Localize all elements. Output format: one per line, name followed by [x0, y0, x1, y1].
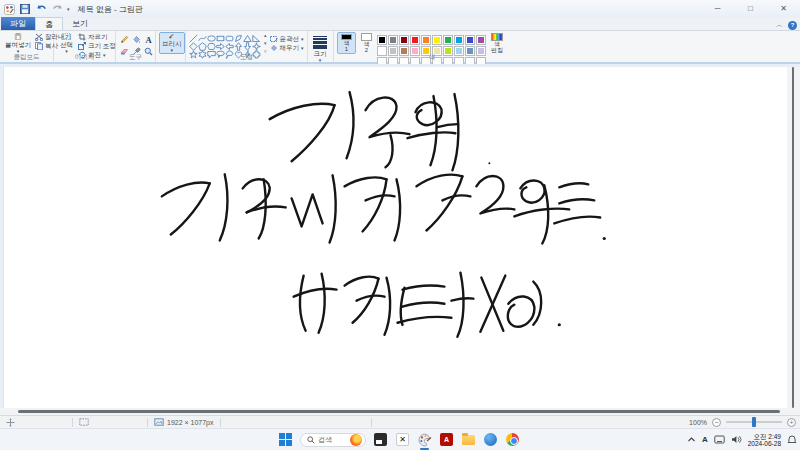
ribbon: 붙여넣기 ▾ 잘라내기 복사 클립보드 선택 ▾ — [0, 31, 800, 64]
zoom-in-button[interactable]: + — [787, 418, 796, 427]
zoom-slider-thumb[interactable] — [752, 417, 756, 427]
palette-swatch[interactable] — [410, 35, 420, 45]
copy-icon — [35, 42, 43, 50]
shape-grid — [189, 32, 261, 54]
minimize-button[interactable]: ─ — [701, 0, 734, 16]
edit-colors-button[interactable]: 색 편집 — [488, 32, 506, 54]
palette-swatch[interactable] — [465, 35, 475, 45]
size-button[interactable]: 크기 ▾ — [311, 32, 329, 54]
horizontal-scrollbar[interactable] — [0, 408, 800, 415]
size-lines-icon — [313, 33, 327, 49]
window-controls: ─ □ ✕ — [701, 0, 800, 16]
maximize-button[interactable]: □ — [734, 0, 767, 16]
close-button[interactable]: ✕ — [767, 0, 800, 16]
tray-clock[interactable]: 오전 2:49 2024-06-28 — [748, 433, 781, 447]
palette-swatch[interactable] — [476, 35, 486, 45]
fill-dropdown-icon[interactable]: ▾ — [301, 47, 304, 50]
save-icon[interactable] — [19, 3, 31, 15]
group-image: 선택 ▾ 자르기 크기 조정 회전 ▾ 이미지 — [54, 31, 116, 62]
status-bar: 1922 × 1077px 100% − + — [0, 415, 800, 428]
help-icon[interactable]: ? — [788, 21, 797, 30]
tab-file[interactable]: 파일 — [1, 17, 35, 30]
fill-icon — [270, 44, 278, 52]
taskbar-app-x[interactable]: ✕ — [395, 432, 410, 447]
palette-swatch[interactable] — [432, 35, 442, 45]
status-spacer-cell — [221, 416, 371, 428]
clipboard-group-label: 클립보드 — [0, 53, 53, 62]
search-icon — [307, 436, 315, 444]
tab-view[interactable]: 보기 — [63, 17, 97, 30]
notification-bell-icon[interactable] — [787, 435, 797, 445]
system-tray: A 오전 2:49 2024-06-28 — [687, 433, 797, 447]
paste-button[interactable]: 붙여넣기 ▾ — [3, 32, 33, 54]
window-title: 제목 없음 - 그림판 — [78, 4, 143, 15]
pencil-icon — [120, 35, 129, 44]
shapes-scroll-down-icon[interactable]: ▾ — [264, 40, 267, 46]
x-app-icon: ✕ — [396, 433, 409, 446]
canvas-area — [0, 64, 800, 408]
ribbon-collapse-icon[interactable]: ︿ — [776, 20, 783, 30]
color1-button[interactable]: 색 1 — [337, 32, 356, 54]
pencil-tool[interactable] — [119, 34, 130, 45]
palette-swatch[interactable] — [377, 35, 387, 45]
palette-swatch[interactable] — [443, 35, 453, 45]
speaker-icon[interactable] — [731, 435, 742, 444]
group-clipboard: 붙여넣기 ▾ 잘라내기 복사 클립보드 — [0, 31, 54, 62]
redo-icon[interactable] — [51, 3, 63, 15]
taskbar-app-explorer[interactable] — [461, 432, 476, 447]
tab-home[interactable]: 홈 — [35, 17, 63, 30]
palette-swatch[interactable] — [399, 35, 409, 45]
taskbar-app-capture[interactable] — [373, 432, 388, 447]
shapes-scroll-up-icon[interactable]: ▴ — [264, 32, 267, 38]
image-group-label: 이미지 — [54, 53, 115, 62]
zoom-controls: 100% − + — [689, 418, 800, 427]
brushes-button[interactable]: 브러시 ▾ — [159, 32, 185, 54]
tablet-pen-icon[interactable] — [714, 435, 725, 444]
shape-fill-button[interactable]: 채우기 ▾ — [270, 44, 304, 52]
folder-icon — [462, 435, 475, 445]
horizontal-scrollbar-thumb[interactable] — [18, 410, 780, 413]
outline-icon — [270, 35, 278, 43]
blue-app-icon — [484, 433, 497, 446]
ime-indicator[interactable]: A — [702, 435, 708, 444]
quick-access-dropdown-icon[interactable]: ▾ — [67, 8, 70, 11]
search-highlight-icon[interactable] — [350, 434, 362, 446]
vertical-scrollbar-thumb[interactable] — [792, 67, 794, 408]
taskbar-app-paint[interactable] — [417, 432, 432, 447]
drawing-canvas[interactable] — [3, 67, 787, 408]
select-button[interactable]: 선택 ▾ — [57, 32, 76, 54]
paint-app-icon — [3, 3, 15, 15]
tray-chevron-icon[interactable] — [687, 436, 696, 443]
taskbar-search[interactable]: 검색 — [300, 433, 366, 447]
taskbar-app-blue[interactable] — [483, 432, 498, 447]
size-dropdown-icon[interactable]: ▾ — [319, 59, 322, 62]
undo-icon[interactable] — [35, 3, 47, 15]
palette-swatch[interactable] — [388, 35, 398, 45]
taskbar-app-chrome[interactable] — [505, 432, 520, 447]
shape-outline-button[interactable]: 윤곽선 ▾ — [270, 35, 304, 43]
crop-button[interactable]: 자르기 — [78, 33, 116, 41]
zoom-level-text: 100% — [689, 419, 707, 426]
crop-label: 자르기 — [88, 33, 108, 42]
outline-dropdown-icon[interactable]: ▾ — [301, 38, 304, 41]
ribbon-tabs: 파일 홈 보기 ︿ ? — [0, 18, 800, 31]
palette-swatch[interactable] — [421, 35, 431, 45]
shape-scroll: ▴ ▾ ▿ — [263, 32, 268, 54]
tools-group-label: 도구 — [116, 53, 155, 62]
shapes-group-label: 도형 — [186, 53, 307, 62]
chrome-icon — [506, 433, 519, 446]
brushes-dropdown-icon[interactable]: ▾ — [170, 49, 173, 52]
palette-swatch[interactable] — [454, 35, 464, 45]
zoom-out-button[interactable]: − — [712, 418, 721, 427]
color2-button[interactable]: 색 2 — [358, 32, 375, 54]
vertical-scrollbar[interactable] — [787, 67, 800, 408]
start-button[interactable] — [278, 432, 293, 447]
zoom-slider[interactable] — [726, 421, 782, 423]
text-tool[interactable]: A — [143, 34, 154, 45]
taskbar-app-acrobat[interactable]: A — [439, 432, 454, 447]
fill-tool[interactable] — [131, 34, 142, 45]
resize-label: 크기 조정 — [88, 42, 116, 51]
cursor-position-icon — [6, 418, 15, 427]
colors-group-label: 색 — [334, 53, 530, 62]
resize-button[interactable]: 크기 조정 — [78, 42, 116, 50]
